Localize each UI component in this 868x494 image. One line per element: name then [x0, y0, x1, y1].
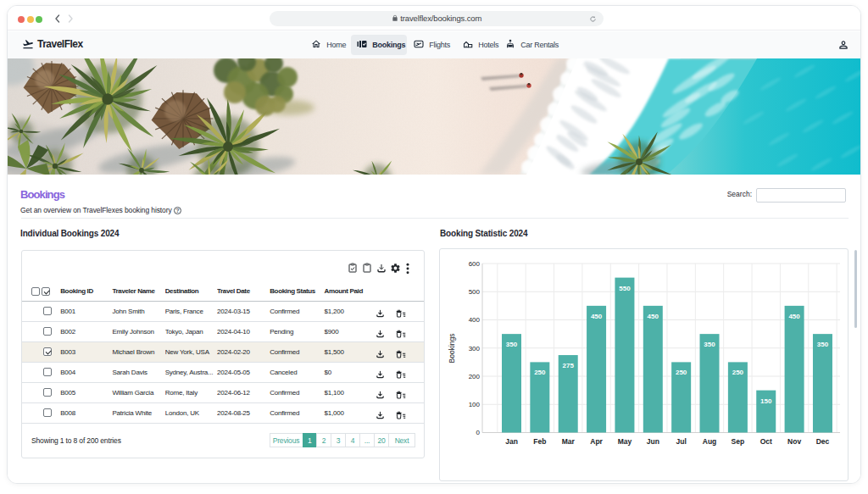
svg-text:100: 100	[469, 401, 481, 408]
svg-text:400: 400	[469, 316, 481, 324]
svg-text:350: 350	[506, 341, 518, 348]
svg-text:Apr: Apr	[590, 437, 603, 446]
svg-text:May: May	[618, 437, 632, 446]
svg-text:200: 200	[469, 373, 481, 380]
svg-text:Jul: Jul	[676, 437, 687, 446]
svg-text:Nov: Nov	[787, 437, 801, 446]
svg-text:Jan: Jan	[505, 437, 518, 446]
svg-text:0: 0	[476, 429, 481, 436]
svg-text:450: 450	[591, 313, 603, 320]
svg-text:250: 250	[534, 369, 546, 376]
svg-text:Feb: Feb	[533, 437, 546, 446]
svg-text:450: 450	[788, 313, 800, 320]
svg-text:275: 275	[563, 362, 575, 369]
svg-text:Sep: Sep	[732, 437, 745, 446]
svg-text:450: 450	[648, 313, 659, 320]
svg-text:600: 600	[469, 260, 481, 268]
svg-text:Dec: Dec	[816, 437, 830, 446]
svg-text:500: 500	[469, 288, 481, 296]
svg-text:Aug: Aug	[703, 437, 717, 446]
svg-text:Oct: Oct	[760, 437, 772, 446]
svg-text:Bookings: Bookings	[448, 334, 456, 364]
svg-text:350: 350	[704, 341, 715, 348]
svg-text:250: 250	[676, 369, 687, 376]
svg-text:Mar: Mar	[562, 437, 576, 446]
svg-text:250: 250	[732, 369, 744, 376]
svg-text:Jun: Jun	[647, 437, 659, 446]
svg-text:150: 150	[760, 397, 772, 405]
svg-text:550: 550	[619, 285, 631, 292]
svg-text:300: 300	[469, 345, 481, 352]
svg-text:350: 350	[817, 341, 829, 348]
